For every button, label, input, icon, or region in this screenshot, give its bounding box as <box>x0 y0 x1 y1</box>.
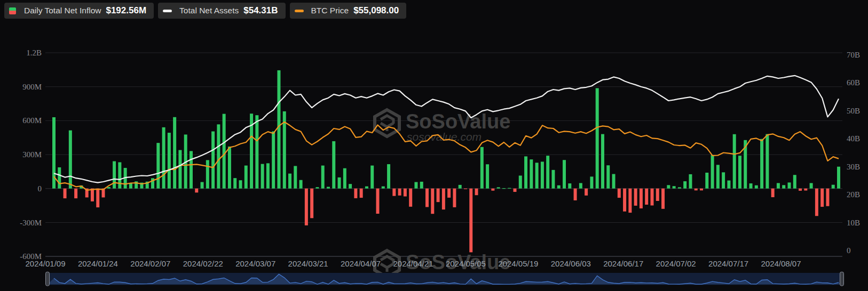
inflow-bar[interactable] <box>321 166 325 189</box>
inflow-bar[interactable] <box>223 114 226 189</box>
legend-btc-price[interactable]: BTC Price $55,098.00 <box>290 3 407 19</box>
inflow-bar[interactable] <box>178 150 182 189</box>
inflow-bar[interactable] <box>524 156 527 188</box>
inflow-bar[interactable] <box>574 189 577 200</box>
inflow-bar[interactable] <box>678 187 681 188</box>
inflow-bar[interactable] <box>277 70 280 189</box>
inflow-bar[interactable] <box>667 185 670 188</box>
inflow-bar[interactable] <box>551 170 555 189</box>
inflow-bar[interactable] <box>464 189 467 189</box>
inflow-bar[interactable] <box>288 174 291 189</box>
inflow-bar[interactable] <box>557 185 561 189</box>
inflow-bar[interactable] <box>431 189 434 214</box>
inflow-bar[interactable] <box>420 182 423 189</box>
inflow-bar[interactable] <box>392 189 396 196</box>
navigator-left-handle[interactable] <box>46 272 50 286</box>
inflow-bar[interactable] <box>96 189 99 207</box>
inflow-bar[interactable] <box>480 147 484 189</box>
inflow-bar[interactable] <box>387 164 390 189</box>
inflow-bar[interactable] <box>201 182 204 189</box>
inflow-bar[interactable] <box>705 173 708 189</box>
inflow-bar[interactable] <box>530 159 533 189</box>
inflow-bar[interactable] <box>437 189 440 202</box>
inflow-bar[interactable] <box>508 188 511 189</box>
inflow-bar[interactable] <box>661 189 665 209</box>
inflow-bar[interactable] <box>727 181 730 189</box>
inflow-bar[interactable] <box>634 189 637 206</box>
legend-total-net-assets[interactable]: Total Net Assets $54.31B <box>158 3 285 19</box>
inflow-bar[interactable] <box>107 187 111 189</box>
inflow-bar[interactable] <box>425 189 429 207</box>
inflow-bar[interactable] <box>645 189 648 205</box>
inflow-bar[interactable] <box>370 166 374 189</box>
inflow-bar[interactable] <box>760 139 763 189</box>
inflow-bar[interactable] <box>475 189 478 196</box>
inflow-bar[interactable] <box>266 163 270 188</box>
inflow-bar[interactable] <box>618 189 621 198</box>
inflow-bar[interactable] <box>244 166 248 189</box>
inflow-bar[interactable] <box>74 189 77 198</box>
inflow-bar[interactable] <box>689 174 692 189</box>
inflow-bar[interactable] <box>343 168 346 189</box>
inflow-bar[interactable] <box>793 175 796 188</box>
inflow-bar[interactable] <box>541 161 544 188</box>
inflow-bar[interactable] <box>211 131 215 188</box>
inflow-bar[interactable] <box>799 189 802 191</box>
inflow-bar[interactable] <box>683 181 686 189</box>
inflow-bar[interactable] <box>453 189 456 207</box>
inflow-bar[interactable] <box>338 177 341 189</box>
inflow-bar[interactable] <box>272 131 275 188</box>
inflow-bar[interactable] <box>228 147 231 189</box>
inflow-bar[interactable] <box>190 151 193 188</box>
inflow-bar[interactable] <box>837 167 840 189</box>
inflow-bar[interactable] <box>442 189 445 209</box>
inflow-bar[interactable] <box>299 180 303 189</box>
inflow-bar[interactable] <box>673 186 676 188</box>
inflow-bar[interactable] <box>722 172 725 188</box>
inflow-bar[interactable] <box>382 187 385 189</box>
navigator[interactable] <box>46 272 844 286</box>
inflow-bar[interactable] <box>58 167 61 189</box>
inflow-bar[interactable] <box>640 189 643 208</box>
inflow-bar[interactable] <box>612 174 616 189</box>
inflow-bar[interactable] <box>815 189 818 216</box>
inflow-bar[interactable] <box>469 189 472 253</box>
inflow-bar[interactable] <box>513 189 516 192</box>
inflow-bar[interactable] <box>711 155 714 189</box>
inflow-bar[interactable] <box>118 162 121 188</box>
inflow-bar[interactable] <box>239 180 242 188</box>
inflow-bar[interactable] <box>255 115 258 189</box>
inflow-bar[interactable] <box>832 185 835 189</box>
legend-daily-net-inflow[interactable]: Daily Total Net Inflow $192.56M <box>4 3 154 19</box>
inflow-bar[interactable] <box>162 127 165 189</box>
inflow-bar[interactable] <box>596 88 599 188</box>
inflow-bar[interactable] <box>716 165 720 188</box>
inflow-bar[interactable] <box>585 189 588 196</box>
inflow-bar[interactable] <box>695 189 698 191</box>
inflow-bar[interactable] <box>519 175 522 188</box>
inflow-bar[interactable] <box>332 141 335 189</box>
inflow-bar[interactable] <box>738 156 741 189</box>
inflow-bar[interactable] <box>700 189 703 191</box>
inflow-bar[interactable] <box>766 134 769 189</box>
inflow-bar[interactable] <box>349 184 352 188</box>
inflow-bar[interactable] <box>113 161 116 189</box>
inflow-bar[interactable] <box>447 189 451 198</box>
inflow-bar[interactable] <box>502 188 506 189</box>
inflow-bar[interactable] <box>497 187 500 188</box>
daily-net-inflow-bars[interactable] <box>52 70 840 252</box>
inflow-bar[interactable] <box>404 189 407 197</box>
inflow-bar[interactable] <box>327 187 330 188</box>
inflow-bar[interactable] <box>305 189 308 225</box>
inflow-bar[interactable] <box>233 178 236 189</box>
inflow-bar[interactable] <box>261 164 264 189</box>
inflow-bar[interactable] <box>656 189 659 201</box>
inflow-bar[interactable] <box>64 189 67 198</box>
inflow-bar[interactable] <box>777 183 780 188</box>
inflow-bar[interactable] <box>590 176 593 188</box>
inflow-bar[interactable] <box>601 134 604 189</box>
inflow-bar[interactable] <box>206 160 209 188</box>
inflow-bar[interactable] <box>294 166 297 188</box>
inflow-bar[interactable] <box>409 189 412 207</box>
inflow-bar[interactable] <box>173 117 176 189</box>
